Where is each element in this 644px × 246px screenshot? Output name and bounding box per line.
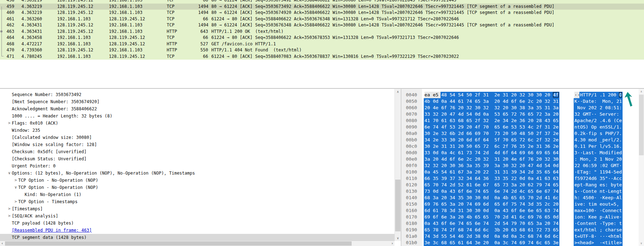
hex-ascii[interactable]: Nov 202 2 08:51: bbox=[574, 105, 622, 111]
hex-ascii[interactable]: s··Conte nt-Lengt bbox=[574, 188, 622, 195]
hex-row[interactable]: 012065 70 74 2d 52 61 6e 67 65 73 3a 20 … bbox=[401, 182, 639, 188]
hex-bytes[interactable]: 66 35 39 37 32 34 64 36 33 35 22 0d 0a 4… bbox=[424, 175, 564, 182]
detail-row[interactable]: Checksum: 0x5dfc [unverified] bbox=[0, 148, 394, 155]
bytes-vscrollbar[interactable]: ∧ ∨ bbox=[639, 89, 644, 246]
packet-row[interactable]: 4644.363458192.168.1.103128.119.245.12TC… bbox=[0, 35, 644, 41]
hex-bytes[interactable]: 34 2e 33 30 20 6d 6f 64 5f 70 65 72 6c 2… bbox=[424, 137, 564, 143]
expand-arrow-icon[interactable]: > bbox=[7, 205, 12, 212]
hex-ascii[interactable]: ive: tim eout=5, bbox=[574, 201, 622, 207]
detail-row[interactable]: TCP payload (1428 bytes) bbox=[0, 220, 394, 227]
packet-row[interactable]: 4634.363431128.119.245.12192.168.1.103HT… bbox=[0, 29, 644, 35]
hex-ascii[interactable]: ·ETag: " 1194-5ed bbox=[574, 169, 622, 175]
hex-row[interactable]: 01a074 3d 55 54 46 2d 38 0d 0a 0d 0a 3c … bbox=[401, 233, 639, 240]
hex-ascii[interactable]: 3··Last- Modified bbox=[574, 150, 622, 156]
detail-row[interactable]: TCP segment data (1428 bytes) bbox=[0, 234, 394, 241]
detail-row[interactable]: [Next Sequence Number: 3503674920] bbox=[0, 98, 394, 105]
packet-row[interactable]: 4714.780245192.168.1.103128.119.245.12TC… bbox=[0, 54, 644, 60]
packet-row[interactable]: 4604.363219128.119.245.12192.168.1.103TC… bbox=[0, 10, 644, 16]
hex-ascii[interactable]: ··HTTP/1 .1 200 O bbox=[574, 92, 622, 98]
hex-bytes[interactable]: 3e 3c 68 65 61 64 3e 20 0a 3c 74 69 74 6… bbox=[424, 240, 564, 246]
hex-ascii[interactable]: Apache/2 .4.6 (Ce bbox=[574, 117, 622, 124]
hex-row[interactable]: 00e03a 20 4d 6f 6e 2c 20 32 31 20 4e 6f … bbox=[401, 156, 639, 162]
hex-row[interactable]: 00f032 32 20 30 36 3a 35 39 3a 30 32 20 … bbox=[401, 162, 639, 169]
hex-bytes[interactable]: 32 32 20 30 36 3a 35 39 3a 30 32 20 47 4… bbox=[424, 162, 564, 169]
hex-ascii[interactable]: ntOS) Op enSSL/1. bbox=[574, 124, 622, 130]
hex-bytes[interactable]: 65 70 74 2d 52 61 6e 67 65 73 3a 20 62 7… bbox=[424, 182, 564, 188]
details-hscrollbar-thumb[interactable] bbox=[5, 241, 352, 246]
hex-row[interactable]: 006020 4e 6f 76 20 32 30 32 32 20 30 38 … bbox=[401, 105, 639, 111]
detail-row[interactable]: >[SEQ/ACK analysis] bbox=[0, 212, 394, 220]
hex-row[interactable]: 014068 3a 20 34 35 30 30 0d 0a 4b 65 65 … bbox=[401, 195, 639, 201]
bytes-vscrollbar-thumb[interactable] bbox=[639, 95, 644, 155]
scroll-right-arrow-icon[interactable]: › bbox=[391, 241, 393, 246]
packet-row[interactable]: 4614.363260192.168.1.103128.119.245.12TC… bbox=[0, 16, 644, 22]
detail-row[interactable]: [Reassembled PDU in frame: 463] bbox=[0, 227, 394, 234]
hex-ascii[interactable]: K··Date: Mon, 21 bbox=[574, 98, 622, 105]
hex-bytes[interactable]: 20 4e 6f 76 20 32 30 32 32 20 30 38 3a 3… bbox=[424, 105, 564, 111]
hex-bytes[interactable]: ea e5 48 54 54 50 2f 31 2e 31 20 32 30 3… bbox=[424, 92, 564, 98]
hex-row[interactable]: 00a030 2e 32 6b 2d 66 69 70 73 20 50 48 … bbox=[401, 130, 639, 137]
hex-bytes[interactable]: 0a 43 6f 6e 74 65 6e 74 2d 54 79 70 65 3… bbox=[424, 220, 564, 227]
hex-bytes[interactable]: 74 3d 55 54 46 2d 38 0d 0a 0d 0a 3c 68 7… bbox=[424, 233, 564, 240]
packet-row[interactable]: 4584.363219128.119.245.12192.168.1.103TC… bbox=[0, 0, 644, 4]
hex-bytes[interactable]: 4b 0d 0a 44 61 74 65 3a 20 4d 6f 6e 2c 2… bbox=[424, 98, 564, 105]
expand-arrow-icon[interactable]: > bbox=[7, 212, 12, 220]
scroll-down-arrow-icon[interactable]: ∨ bbox=[639, 241, 644, 245]
hex-bytes[interactable]: 73 0d 0a 43 6f 6e 74 65 6e 74 2d 4c 65 6… bbox=[424, 188, 564, 195]
scroll-left-arrow-icon[interactable]: ‹ bbox=[1, 241, 4, 246]
detail-row[interactable]: ∨TCP Option - No-Operation (NOP) bbox=[0, 184, 394, 191]
hex-row[interactable]: 01606d 61 78 3d 31 30 30 0d 0a 43 6f 6e … bbox=[401, 207, 639, 214]
hex-row[interactable]: 01000a 45 54 61 67 3a 20 22 31 31 39 34 … bbox=[401, 169, 639, 175]
detail-row[interactable]: >Flags: 0x010 (ACK) bbox=[0, 120, 394, 127]
hex-ascii[interactable]: : Mon, 2 1 Nov 20 bbox=[574, 156, 622, 162]
packet-row[interactable]: 4684.472217192.168.1.103128.119.245.12HT… bbox=[0, 41, 644, 47]
hex-bytes[interactable]: 69 76 65 3a 20 74 69 6d 65 6f 75 74 3d 3… bbox=[424, 201, 564, 207]
hex-row[interactable]: 013073 0d 0a 43 6f 6e 74 65 6e 74 2d 4c … bbox=[401, 188, 639, 195]
scroll-up-arrow-icon[interactable]: ∧ bbox=[639, 90, 644, 94]
hex-bytes[interactable]: 65 78 74 2f 68 74 6d 6c 3b 20 63 68 61 7… bbox=[424, 227, 564, 233]
details-vscrollbar-thumb[interactable] bbox=[395, 180, 401, 231]
collapse-arrow-icon[interactable]: ∨ bbox=[7, 170, 12, 177]
hex-row[interactable]: 00b034 2e 33 30 20 6d 6f 64 5f 70 65 72 … bbox=[401, 137, 639, 143]
expand-arrow-icon[interactable]: > bbox=[13, 198, 18, 205]
detail-row[interactable]: ∨Options: (12 bytes), No-Operation (NOP)… bbox=[0, 170, 394, 177]
hex-ascii[interactable]: ·Content -Type: t bbox=[574, 220, 622, 227]
hex-ascii[interactable]: 32 GMT·· Server: bbox=[574, 111, 622, 117]
hex-bytes[interactable]: 3a 20 4d 6f 6e 2c 20 32 31 20 4e 6f 76 2… bbox=[424, 156, 564, 162]
hex-ascii[interactable]: h: 4500· ·Keep-Al bbox=[574, 195, 622, 201]
hex-bytes[interactable]: 69 6f 6e 3a 20 4b 65 65 70 2d 41 6c 69 7… bbox=[424, 214, 564, 220]
packet-row[interactable]: 4624.363431128.119.245.12192.168.1.103TC… bbox=[0, 22, 644, 29]
details-hscrollbar[interactable]: ‹ › bbox=[0, 241, 394, 246]
hex-ascii[interactable]: 22 06:59 :02 GMT· bbox=[574, 162, 622, 169]
detail-row[interactable]: [Calculated window size: 30080] bbox=[0, 134, 394, 141]
expand-arrow-icon[interactable]: > bbox=[7, 120, 12, 127]
hex-ascii[interactable]: ept-Rang es: byte bbox=[574, 182, 622, 188]
hex-ascii[interactable]: max=100· ·Connect bbox=[574, 207, 622, 214]
hex-row[interactable]: 0040ea e5 48 54 54 50 2f 31 2e 31 20 32 … bbox=[401, 92, 639, 98]
expand-arrow-icon[interactable]: > bbox=[13, 177, 18, 184]
hex-bytes[interactable]: 6d 61 78 3d 31 30 30 0d 0a 43 6f 6e 6e 6… bbox=[424, 207, 564, 214]
hex-bytes[interactable]: 30 2e 32 6b 2d 66 69 70 73 20 50 48 50 2… bbox=[424, 130, 564, 137]
hex-ascii[interactable]: t=UTF-8· ···<html bbox=[574, 233, 622, 240]
details-vscrollbar[interactable]: ∧ ∨ bbox=[394, 89, 401, 241]
detail-row[interactable]: Sequence Number: 3503673492 bbox=[0, 91, 394, 98]
hex-row[interactable]: 00906e 74 4f 53 29 20 4f 70 65 6e 53 53 … bbox=[401, 124, 639, 130]
reassembled-pdu-link[interactable]: [Reassembled PDU in frame: 463] bbox=[12, 227, 92, 234]
hex-ascii[interactable]: 0.11 Per l/v5.16. bbox=[574, 143, 622, 150]
detail-row[interactable]: Kind: No-Operation (1) bbox=[0, 191, 394, 198]
scroll-down-arrow-icon[interactable]: ∨ bbox=[395, 236, 401, 240]
hex-row[interactable]: 007033 32 20 47 4d 54 0d 0a 53 65 72 76 … bbox=[401, 111, 639, 117]
hex-row[interactable]: 01800a 43 6f 6e 74 65 6e 74 2d 54 79 70 … bbox=[401, 220, 639, 227]
detail-row[interactable]: [Checksum Status: Unverified] bbox=[0, 155, 394, 162]
hex-bytes[interactable]: 68 3a 20 34 35 30 30 0d 0a 4b 65 65 70 2… bbox=[424, 195, 564, 201]
hex-bytes[interactable]: 30 2e 31 31 20 50 65 72 6c 2f 76 35 2e 3… bbox=[424, 143, 564, 150]
hex-row[interactable]: 015069 76 65 3a 20 74 69 6d 65 6f 75 74 … bbox=[401, 201, 639, 207]
hex-bytes[interactable]: 6e 74 4f 53 29 20 4f 70 65 6e 53 53 4c 2… bbox=[424, 124, 564, 130]
detail-row[interactable]: >[Timestamps] bbox=[0, 205, 394, 212]
hex-bytes[interactable]: 41 70 61 63 68 65 2f 32 2e 34 2e 36 20 2… bbox=[424, 117, 564, 124]
hex-row[interactable]: 019065 78 74 2f 68 74 6d 6c 3b 20 63 68 … bbox=[401, 227, 639, 233]
detail-row[interactable]: >TCP Option - No-Operation (NOP) bbox=[0, 177, 394, 184]
hex-ascii[interactable]: f59724d6 35"··Acc bbox=[574, 175, 622, 182]
hex-bytes[interactable]: 33 0d 0a 4c 61 73 74 2d 4d 6f 64 69 66 6… bbox=[424, 150, 564, 156]
hex-ascii[interactable]: 4.30 mod _perl/2. bbox=[574, 137, 622, 143]
